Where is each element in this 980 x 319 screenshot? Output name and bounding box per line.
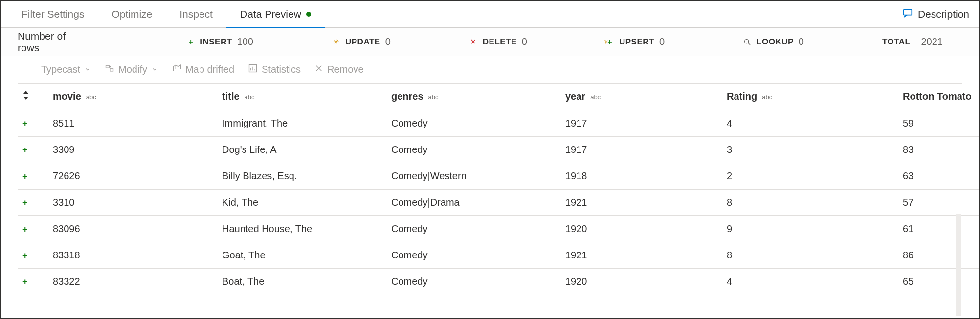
plus-icon: + xyxy=(22,145,28,155)
column-header-rotten-tomato[interactable]: Rotton Tomato xyxy=(898,84,979,110)
table-row[interactable]: +3310Kid, TheComedy|Drama1921857 xyxy=(18,189,979,215)
cell-movie: 8511 xyxy=(48,110,217,136)
tab-inspect[interactable]: Inspect xyxy=(166,2,226,28)
column-header-genres[interactable]: genresabc xyxy=(386,84,560,110)
cell-movie: 83096 xyxy=(48,215,217,242)
cell-year: 1917 xyxy=(560,136,722,163)
plus-icon: + xyxy=(22,251,28,260)
column-header-rating[interactable]: Ratingabc xyxy=(722,84,898,110)
table-row[interactable]: +8511Immigrant, TheComedy1917459 xyxy=(18,110,979,136)
asterisk-icon: ✳ xyxy=(332,38,340,46)
column-header-movie[interactable]: movieabc xyxy=(48,84,217,110)
cell-rt: 57 xyxy=(898,189,979,215)
col-label: year xyxy=(565,91,585,102)
cell-year: 1917 xyxy=(560,110,722,136)
plus-icon: + xyxy=(22,198,28,208)
row-insert-marker: + xyxy=(18,163,48,189)
cell-movie: 83318 xyxy=(48,242,217,268)
svg-rect-4 xyxy=(110,69,113,71)
description-button[interactable]: Description xyxy=(893,8,972,21)
col-label: genres xyxy=(391,91,423,102)
tab-filter-settings[interactable]: Filter Settings xyxy=(8,2,98,28)
row-insert-marker: + xyxy=(18,189,48,215)
row-insert-marker: + xyxy=(18,110,48,136)
svg-line-2 xyxy=(748,43,750,45)
toolbar-label: Remove xyxy=(327,64,363,75)
stat-delete: ✕ DELETE 0 xyxy=(469,36,527,47)
sort-icon xyxy=(22,91,29,100)
table-row[interactable]: +3309Dog's Life, AComedy1917383 xyxy=(18,136,979,163)
stat-name: INSERT xyxy=(200,37,232,47)
cell-movie: 83322 xyxy=(48,268,217,295)
plus-icon: + xyxy=(22,119,28,128)
cell-rating: 8 xyxy=(722,242,898,268)
active-dot-icon xyxy=(306,12,311,17)
table-row[interactable]: +83322Boat, TheComedy1920465 xyxy=(18,268,979,295)
map-icon xyxy=(172,64,181,76)
statistics-button[interactable]: Statistics xyxy=(248,64,301,76)
col-type: abc xyxy=(590,93,601,101)
table-row[interactable]: +72626Billy Blazes, Esq.Comedy|Western19… xyxy=(18,163,979,189)
stat-name: LOOKUP xyxy=(757,37,794,47)
typecast-button[interactable]: Typecast xyxy=(41,64,91,75)
cell-genres: Comedy xyxy=(386,136,560,163)
sort-column-header[interactable] xyxy=(18,84,48,110)
col-type: abc xyxy=(86,93,96,101)
close-icon xyxy=(314,64,323,75)
stat-total: TOTAL 2021 xyxy=(882,36,943,47)
upsert-icon: ✳ + xyxy=(605,38,614,46)
plus-icon: + xyxy=(22,277,28,287)
table-row[interactable]: +83096Haunted House, TheComedy1920961 xyxy=(18,215,979,242)
table-toolbar: Typecast Modify Map drifted Statistics R… xyxy=(18,56,962,84)
cell-rating: 9 xyxy=(722,215,898,242)
map-drifted-button[interactable]: Map drifted xyxy=(172,64,234,76)
cell-genres: Comedy xyxy=(386,242,560,268)
cell-rt: 65 xyxy=(898,268,979,295)
stat-value: 0 xyxy=(385,36,391,47)
col-label: title xyxy=(222,91,240,102)
header-row: movieabc titleabc genresabc yearabc Rati… xyxy=(18,84,979,110)
stat-value: 2021 xyxy=(921,36,943,47)
col-label: Rating xyxy=(727,91,757,102)
row-insert-marker: + xyxy=(18,268,48,295)
cell-rating: 2 xyxy=(722,163,898,189)
chevron-down-icon xyxy=(151,64,158,75)
svg-rect-0 xyxy=(904,9,912,15)
tab-optimize[interactable]: Optimize xyxy=(98,2,166,28)
cell-rating: 3 xyxy=(722,136,898,163)
remove-button[interactable]: Remove xyxy=(314,64,363,75)
chevron-down-icon xyxy=(84,64,91,75)
cell-genres: Comedy xyxy=(386,215,560,242)
stat-lookup: LOOKUP 0 xyxy=(743,36,804,47)
column-header-title[interactable]: titleabc xyxy=(217,84,386,110)
cell-genres: Comedy|Drama xyxy=(386,189,560,215)
data-table-container: movieabc titleabc genresabc yearabc Rati… xyxy=(1,84,979,318)
vertical-scrollbar[interactable] xyxy=(956,214,961,316)
svg-point-1 xyxy=(745,39,749,43)
stat-name: DELETE xyxy=(483,37,517,47)
row-insert-marker: + xyxy=(18,136,48,163)
col-type: abc xyxy=(245,93,255,101)
stat-insert: + INSERT 100 xyxy=(186,36,253,47)
cell-movie: 3309 xyxy=(48,136,217,163)
stat-value: 0 xyxy=(659,36,665,47)
cell-rt: 83 xyxy=(898,136,979,163)
search-icon xyxy=(743,38,752,46)
row-stats: Number of rows + INSERT 100 ✳ UPDATE 0 ✕… xyxy=(1,28,979,56)
table-row[interactable]: +83318Goat, TheComedy1921886 xyxy=(18,242,979,268)
col-label: movie xyxy=(53,91,81,102)
tab-data-preview[interactable]: Data Preview xyxy=(226,2,325,28)
stat-value: 0 xyxy=(799,36,804,47)
data-table: movieabc titleabc genresabc yearabc Rati… xyxy=(18,84,979,295)
tab-label: Optimize xyxy=(111,8,152,20)
toolbar-label: Statistics xyxy=(262,64,301,75)
cell-year: 1920 xyxy=(560,268,722,295)
cell-rating: 4 xyxy=(722,268,898,295)
stat-value: 0 xyxy=(522,36,527,47)
tab-label: Filter Settings xyxy=(22,8,84,20)
modify-icon xyxy=(105,64,114,76)
column-header-year[interactable]: yearabc xyxy=(560,84,722,110)
modify-button[interactable]: Modify xyxy=(105,64,158,76)
cell-genres: Comedy xyxy=(386,268,560,295)
toolbar-label: Map drifted xyxy=(185,64,234,75)
